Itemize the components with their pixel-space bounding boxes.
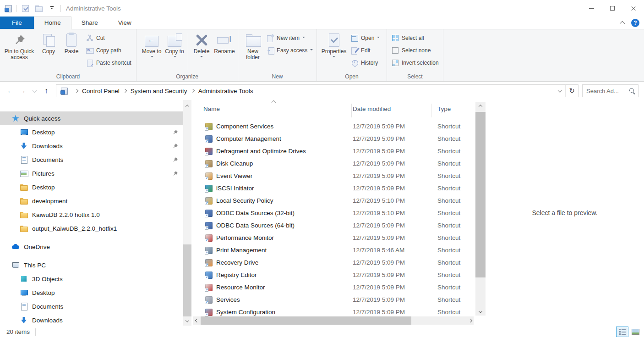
sidebar-item-quick-access[interactable]: Quick access — [0, 111, 183, 125]
scroll-down-button[interactable] — [183, 317, 191, 325]
sidebar-scrollbar[interactable] — [183, 100, 191, 326]
window-title: Administrative Tools — [66, 5, 121, 12]
list-vertical-scrollbar[interactable] — [475, 102, 486, 316]
qat-customize-button[interactable] — [47, 3, 56, 13]
search-input[interactable] — [586, 88, 629, 94]
sidebar-item-3d-objects[interactable]: 3D Objects — [0, 272, 183, 286]
file-row[interactable]: ↗ Defragment and Optimize Drives 12/7/20… — [191, 145, 475, 157]
select-all-button[interactable]: Select all — [392, 32, 424, 44]
sidebar-item-downloads[interactable]: Downloads — [0, 313, 183, 326]
copy-button[interactable]: Copy — [38, 31, 60, 55]
paste-shortcut-button[interactable]: Paste shortcut — [86, 57, 131, 68]
sidebar-item-kaiwudb-2-2-0-hotfix-1-0[interactable]: KaiwuDB 2.2.0 hotfix 1.0 — [0, 208, 183, 222]
file-row[interactable]: ↗ ODBC Data Sources (64-bit) 12/7/2019 5… — [191, 219, 475, 232]
file-row[interactable]: ↗ Resource Monitor 12/7/2019 5:09 PM Sho… — [191, 281, 475, 294]
column-divider[interactable] — [351, 104, 352, 117]
list-header: Name Date modified Type — [191, 100, 475, 120]
pin-to-quick-access-button[interactable]: Pin to Quick access — [3, 31, 36, 61]
scroll-up-button[interactable] — [183, 102, 191, 110]
copy-path-button[interactable]: Copy path — [86, 44, 121, 56]
scrollbar-thumb[interactable] — [201, 316, 411, 325]
large-icons-view-button[interactable] — [629, 327, 642, 337]
file-row[interactable]: ↗ Event Viewer 12/7/2019 5:09 PM Shortcu… — [191, 170, 475, 182]
refresh-button[interactable]: ↻ — [565, 85, 578, 97]
scrollbar-thumb[interactable] — [475, 112, 486, 277]
easy-access-button[interactable]: Easy access — [267, 44, 313, 56]
sidebar-item-pictures[interactable]: Pictures — [0, 166, 183, 180]
properties-button[interactable]: Properties — [321, 31, 347, 59]
scroll-down-button[interactable] — [475, 308, 486, 316]
details-view-button[interactable] — [616, 327, 628, 337]
invert-selection-button[interactable]: Invert selection — [392, 57, 439, 68]
tab-home[interactable]: Home — [34, 17, 71, 29]
breadcrumb-control-panel[interactable]: Control Panel — [82, 88, 120, 94]
breadcrumb-system-and-security[interactable]: System and Security — [131, 88, 187, 94]
delete-button[interactable]: Delete — [191, 31, 213, 59]
help-button[interactable]: ? — [631, 19, 639, 27]
sidebar-item-output-kaiwudb-2-2-0-hotfix1[interactable]: output_KaiwuDB_2.2.0_hotfix1 — [0, 222, 183, 235]
file-row[interactable]: ↗ Services 12/7/2019 5:09 PM Shortcut — [191, 294, 475, 306]
column-header-name[interactable]: Name — [203, 105, 220, 112]
sidebar-item-desktop[interactable]: Desktop — [0, 180, 183, 194]
file-row[interactable]: ↗ Print Management 12/7/2019 5:46 AM Sho… — [191, 244, 475, 256]
scroll-right-button[interactable] — [467, 316, 474, 325]
scrollbar-thumb[interactable] — [183, 244, 191, 316]
scroll-up-button[interactable] — [475, 102, 486, 110]
up-button[interactable]: ↑ — [40, 85, 52, 97]
file-row[interactable]: ↗ Computer Management 12/7/2019 5:09 PM … — [191, 133, 475, 145]
cut-button[interactable]: Cut — [86, 32, 105, 44]
rename-button[interactable]: Rename — [213, 31, 236, 55]
sidebar-item-desktop[interactable]: Desktop — [0, 125, 183, 139]
new-item-button[interactable]: New item — [267, 32, 305, 44]
file-row[interactable]: ↗ Registry Editor 12/7/2019 5:09 PM Shor… — [191, 269, 475, 281]
edit-button[interactable]: Edit — [351, 44, 371, 56]
search-icon[interactable] — [629, 88, 635, 94]
select-none-icon — [392, 47, 398, 54]
sidebar-tree: Quick access Desktop Downloads Documents… — [0, 100, 183, 326]
sidebar-item-documents[interactable]: Documents — [0, 153, 183, 166]
file-row[interactable]: ↗ System Configuration 12/7/2019 5:09 PM… — [191, 306, 475, 316]
sidebar-item-onedrive[interactable]: OneDrive — [0, 240, 183, 254]
ribbon-group-organize: Move to Copy to Delete Rename Organize — [136, 29, 238, 81]
maximize-button[interactable] — [602, 0, 623, 17]
select-none-button[interactable]: Select none — [392, 44, 431, 56]
qat-new-folder-button[interactable] — [34, 3, 43, 13]
monitor-icon — [20, 128, 27, 136]
scroll-left-button[interactable] — [193, 316, 200, 325]
address-dropdown-button[interactable] — [554, 85, 565, 97]
breadcrumb-administrative-tools[interactable]: Administrative Tools — [198, 88, 253, 94]
address-box[interactable]: Control Panel System and Security Admini… — [56, 84, 579, 97]
sidebar-item-downloads[interactable]: Downloads — [0, 139, 183, 153]
file-row[interactable]: ↗ ODBC Data Sources (32-bit) 12/7/2019 5… — [191, 207, 475, 219]
file-row[interactable]: ↗ Disk Cleanup 12/7/2019 5:09 PM Shortcu… — [191, 157, 475, 170]
column-header-date-modified[interactable]: Date modified — [353, 105, 391, 112]
move-to-button[interactable]: Move to — [141, 31, 162, 61]
open-button[interactable]: Open — [351, 32, 380, 44]
file-row[interactable]: ↗ Recovery Drive 12/7/2019 5:09 PM Short… — [191, 256, 475, 269]
tab-view[interactable]: View — [108, 17, 142, 29]
collapse-ribbon-icon[interactable] — [620, 21, 625, 26]
minimize-button[interactable] — [581, 0, 602, 17]
forward-button[interactable]: → — [16, 85, 28, 97]
new-folder-button[interactable]: New folder — [242, 31, 264, 61]
file-row[interactable]: ↗ Performance Monitor 12/7/2019 5:09 PM … — [191, 232, 475, 244]
close-button[interactable] — [623, 0, 644, 17]
paste-button[interactable]: Paste — [60, 31, 82, 55]
tab-file[interactable]: File — [0, 17, 34, 29]
column-header-type[interactable]: Type — [437, 105, 451, 112]
recent-locations-button[interactable] — [28, 85, 40, 97]
sidebar-item-desktop[interactable]: Desktop — [0, 286, 183, 299]
history-button[interactable]: History — [351, 57, 378, 68]
qat-properties-button[interactable] — [21, 3, 30, 13]
tab-share[interactable]: Share — [71, 17, 108, 29]
sidebar-item-development[interactable]: development — [0, 194, 183, 208]
sidebar-item-documents[interactable]: Documents — [0, 299, 183, 313]
sidebar-item-this-pc[interactable]: This PC — [0, 258, 183, 272]
file-row[interactable]: ↗ Component Services 12/7/2019 5:09 PM S… — [191, 120, 475, 133]
list-horizontal-scrollbar[interactable] — [193, 316, 474, 325]
file-row[interactable]: ↗ iSCSI Initiator 12/7/2019 5:09 PM Shor… — [191, 182, 475, 194]
back-button[interactable]: ← — [5, 85, 16, 97]
file-row[interactable]: ↗ Local Security Policy 12/7/2019 5:10 P… — [191, 194, 475, 207]
copy-to-button[interactable]: Copy to — [164, 31, 185, 61]
column-divider[interactable] — [431, 104, 431, 117]
